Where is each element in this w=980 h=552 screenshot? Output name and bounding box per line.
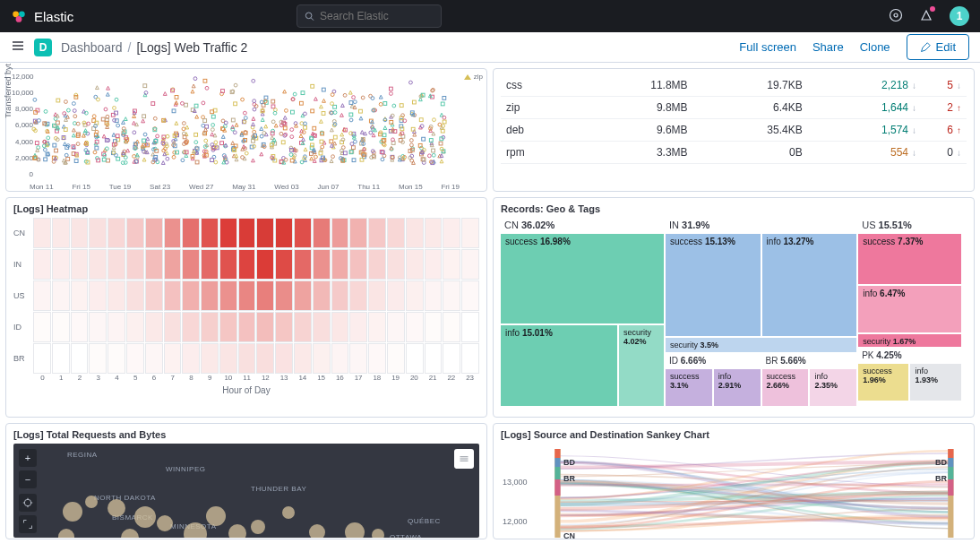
map-data-point[interactable]	[85, 496, 98, 508]
map-data-point[interactable]	[157, 515, 173, 531]
breadcrumb-parent[interactable]: Dashboard	[61, 40, 123, 55]
heatmap-cell[interactable]	[425, 343, 443, 374]
zoom-out-button[interactable]: −	[19, 470, 37, 488]
heatmap-cell[interactable]	[126, 249, 144, 280]
heatmap-cell[interactable]	[89, 312, 107, 342]
heatmap-cell[interactable]	[182, 280, 200, 311]
heatmap-cell[interactable]	[238, 280, 256, 311]
map-data-point[interactable]	[309, 524, 325, 538]
map-data-point[interactable]	[107, 499, 125, 517]
heatmap-cell[interactable]	[71, 218, 89, 248]
heatmap-cell[interactable]	[107, 218, 125, 248]
heatmap-cell[interactable]	[294, 343, 312, 374]
heatmap-cell[interactable]	[238, 218, 256, 248]
heatmap-cell[interactable]	[331, 343, 349, 374]
heatmap-cell[interactable]	[443, 249, 460, 280]
heatmap-cell[interactable]	[368, 249, 386, 280]
heatmap-cell[interactable]	[275, 280, 293, 311]
sankey-body[interactable]: 13,000 12,000 BD BR CN BD BR	[501, 444, 967, 538]
heatmap-cell[interactable]	[107, 280, 125, 311]
heatmap-cell[interactable]	[89, 249, 107, 280]
heatmap-cell[interactable]	[349, 312, 367, 342]
heatmap-cell[interactable]	[256, 343, 274, 374]
heatmap-cell[interactable]	[52, 312, 70, 342]
heatmap-cell[interactable]	[387, 312, 405, 342]
heatmap-cell[interactable]	[387, 280, 405, 311]
heatmap-cell[interactable]	[349, 218, 367, 248]
heatmap-cell[interactable]	[219, 280, 237, 311]
heatmap-cell[interactable]	[294, 280, 312, 311]
heatmap-cell[interactable]	[461, 312, 479, 342]
heatmap-cell[interactable]	[145, 249, 163, 280]
heatmap-cell[interactable]	[406, 218, 424, 248]
heatmap-cell[interactable]	[71, 312, 89, 342]
heatmap-cell[interactable]	[201, 312, 219, 342]
table-row[interactable]: deb9.6MB35.4KB1,574↓6↑	[501, 119, 967, 142]
share-link[interactable]: Share	[812, 40, 844, 54]
heatmap-cell[interactable]	[182, 312, 200, 342]
heatmap-cell[interactable]	[387, 249, 405, 280]
heatmap-cell[interactable]	[145, 218, 163, 248]
table-row[interactable]: rpm3.3MB0B554↓0↓	[501, 142, 967, 164]
heatmap-cell[interactable]	[256, 280, 274, 311]
heatmap-cell[interactable]	[238, 312, 256, 342]
heatmap-cell[interactable]	[164, 280, 182, 311]
heatmap-cell[interactable]	[461, 343, 479, 374]
heatmap-cell[interactable]	[461, 280, 479, 311]
heatmap-cell[interactable]	[443, 312, 460, 342]
heatmap-cell[interactable]	[256, 218, 274, 248]
heatmap-cell[interactable]	[33, 343, 51, 374]
treemap[interactable]: CN 36.02% success 16.98% info 15.01% sec…	[501, 218, 967, 406]
fullscreen-link[interactable]: Full screen	[739, 40, 796, 54]
heatmap-cell[interactable]	[425, 218, 443, 248]
expand-button[interactable]	[19, 515, 37, 533]
heatmap-cell[interactable]	[182, 218, 200, 248]
map-data-point[interactable]	[228, 524, 246, 538]
heatmap-cell[interactable]	[256, 249, 274, 280]
nav-menu-icon[interactable]	[11, 39, 25, 56]
heatmap-cell[interactable]	[294, 218, 312, 248]
heatmap-cell[interactable]	[331, 280, 349, 311]
heatmap-cell[interactable]	[313, 343, 331, 374]
heatmap-cell[interactable]	[33, 280, 51, 311]
app-badge[interactable]: D	[34, 39, 52, 56]
heatmap-cell[interactable]	[219, 218, 237, 248]
heatmap-cell[interactable]	[443, 343, 460, 374]
map-data-point[interactable]	[134, 506, 156, 528]
heatmap-cell[interactable]	[368, 312, 386, 342]
heatmap-cell[interactable]	[425, 280, 443, 311]
map-data-point[interactable]	[121, 529, 139, 538]
heatmap-cell[interactable]	[89, 218, 107, 248]
heatmap-cell[interactable]	[182, 249, 200, 280]
heatmap-cell[interactable]	[368, 343, 386, 374]
heatmap-cell[interactable]	[275, 343, 293, 374]
heatmap-cell[interactable]	[275, 249, 293, 280]
heatmap-cell[interactable]	[349, 343, 367, 374]
table-row[interactable]: css11.8MB19.7KB2,218↓5↓	[501, 74, 967, 97]
map-data-point[interactable]	[282, 506, 295, 519]
heatmap-cell[interactable]	[145, 280, 163, 311]
heatmap-cell[interactable]	[71, 280, 89, 311]
heatmap-cell[interactable]	[126, 218, 144, 248]
heatmap-cell[interactable]	[387, 343, 405, 374]
heatmap-cell[interactable]	[406, 280, 424, 311]
heatmap-cell[interactable]	[368, 218, 386, 248]
map-data-point[interactable]	[372, 529, 384, 538]
heatmap-cell[interactable]	[275, 218, 293, 248]
heatmap-cell[interactable]	[238, 343, 256, 374]
user-avatar[interactable]: 1	[950, 6, 969, 26]
heatmap-cell[interactable]	[71, 343, 89, 374]
heatmap-cell[interactable]	[313, 280, 331, 311]
heatmap-cell[interactable]	[331, 312, 349, 342]
heatmap-cell[interactable]	[201, 280, 219, 311]
heatmap-cell[interactable]	[256, 312, 274, 342]
heatmap-cell[interactable]	[107, 312, 125, 342]
heatmap-cell[interactable]	[313, 312, 331, 342]
heatmap-cell[interactable]	[33, 249, 51, 280]
map-data-point[interactable]	[251, 520, 265, 534]
heatmap-cell[interactable]	[71, 249, 89, 280]
heatmap-cell[interactable]	[219, 312, 237, 342]
heatmap-cell[interactable]	[313, 249, 331, 280]
heatmap-cell[interactable]	[164, 343, 182, 374]
heatmap-cell[interactable]	[425, 249, 443, 280]
